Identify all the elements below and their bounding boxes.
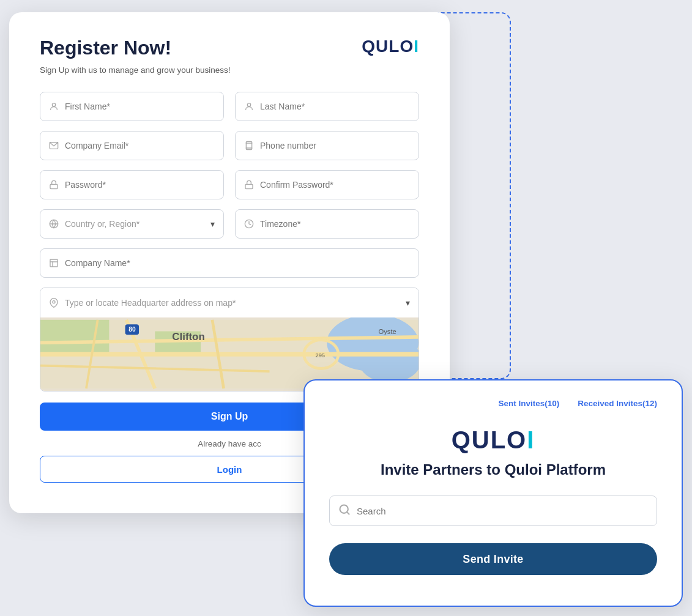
confirm-password-input[interactable] xyxy=(260,180,410,190)
svg-point-1 xyxy=(247,103,250,106)
svg-point-14 xyxy=(53,301,55,303)
svg-rect-6 xyxy=(50,184,58,188)
invite-card: Sent Invites(10) Received Invites(12) QU… xyxy=(303,379,683,607)
company-name-input[interactable] xyxy=(65,258,410,268)
password-input[interactable] xyxy=(65,180,215,190)
address-dropdown[interactable]: Type or locate Headquarter address on ma… xyxy=(40,288,419,391)
address-header[interactable]: Type or locate Headquarter address on ma… xyxy=(40,288,419,317)
address-placeholder: Type or locate Headquarter address on ma… xyxy=(65,298,400,308)
svg-text:80: 80 xyxy=(128,326,136,333)
password-field[interactable] xyxy=(40,170,224,199)
clock-icon xyxy=(244,219,254,229)
address-chevron-icon: ▾ xyxy=(406,298,410,308)
invite-title: Invite Partners to Quloi Platform xyxy=(329,461,657,478)
svg-rect-18 xyxy=(40,320,109,354)
confirm-password-field[interactable] xyxy=(235,170,419,199)
phone-field[interactable] xyxy=(235,131,419,160)
svg-rect-11 xyxy=(50,259,58,267)
invite-logo-o: O xyxy=(507,426,527,453)
company-email-input[interactable] xyxy=(65,141,215,150)
timezone-input[interactable] xyxy=(260,219,410,229)
country-field[interactable]: Country or, Region* ▾ xyxy=(40,209,224,239)
invite-logo-l: L xyxy=(491,426,507,453)
svg-point-0 xyxy=(52,103,55,106)
register-title: Register Now! xyxy=(40,37,171,59)
invite-logo-i: I xyxy=(527,426,535,453)
search-icon xyxy=(338,503,351,519)
form-row-company xyxy=(40,248,419,278)
invite-tabs: Sent Invites(10) Received Invites(12) xyxy=(329,399,657,408)
svg-rect-3 xyxy=(246,141,251,149)
form-row-passwords xyxy=(40,170,419,199)
form-row-names xyxy=(40,92,419,121)
register-logo: QULOI xyxy=(362,37,419,56)
email-icon xyxy=(49,141,59,150)
register-header: Register Now! QULOI xyxy=(40,37,419,59)
timezone-field[interactable] xyxy=(235,209,419,239)
sent-invites-tab[interactable]: Sent Invites(10) xyxy=(498,399,559,408)
send-invite-button[interactable]: Send Invite xyxy=(329,543,657,575)
person-icon xyxy=(49,102,59,111)
last-name-input[interactable] xyxy=(260,102,410,111)
logo-l: L xyxy=(389,37,400,56)
logo-qu: QU xyxy=(362,37,389,56)
svg-point-17 xyxy=(359,337,419,383)
logo-i: I xyxy=(414,37,419,56)
company-email-field[interactable] xyxy=(40,131,224,160)
lock-icon xyxy=(49,180,59,190)
first-name-input[interactable] xyxy=(65,102,215,111)
building-icon xyxy=(49,258,59,268)
invite-search-input[interactable] xyxy=(357,506,648,516)
invite-search-bar[interactable] xyxy=(329,495,657,526)
person-icon-2 xyxy=(244,102,254,111)
last-name-field[interactable] xyxy=(235,92,419,121)
lock-icon-2 xyxy=(244,180,254,190)
globe-icon xyxy=(49,219,59,229)
company-name-field[interactable] xyxy=(40,248,419,278)
svg-text:Oyste: Oyste xyxy=(378,328,396,335)
invite-logo-qu: QU xyxy=(452,426,491,453)
form-row-country-timezone: Country or, Region* ▾ xyxy=(40,209,419,239)
phone-icon xyxy=(244,141,254,150)
register-subtitle: Sign Up with us to manage and grow your … xyxy=(40,65,419,75)
svg-text:Clifton: Clifton xyxy=(172,331,204,343)
received-invites-tab[interactable]: Received Invites(12) xyxy=(578,399,657,408)
invite-logo: QULOI xyxy=(329,426,657,454)
chevron-down-icon: ▾ xyxy=(210,219,215,229)
phone-input[interactable] xyxy=(260,141,410,150)
form-row-email-phone xyxy=(40,131,419,160)
svg-text:295: 295 xyxy=(315,352,325,358)
first-name-field[interactable] xyxy=(40,92,224,121)
logo-o: O xyxy=(400,37,414,56)
location-icon xyxy=(49,298,59,308)
svg-rect-7 xyxy=(245,184,253,188)
country-select[interactable]: Country or, Region* xyxy=(65,219,204,229)
svg-line-33 xyxy=(347,511,349,514)
